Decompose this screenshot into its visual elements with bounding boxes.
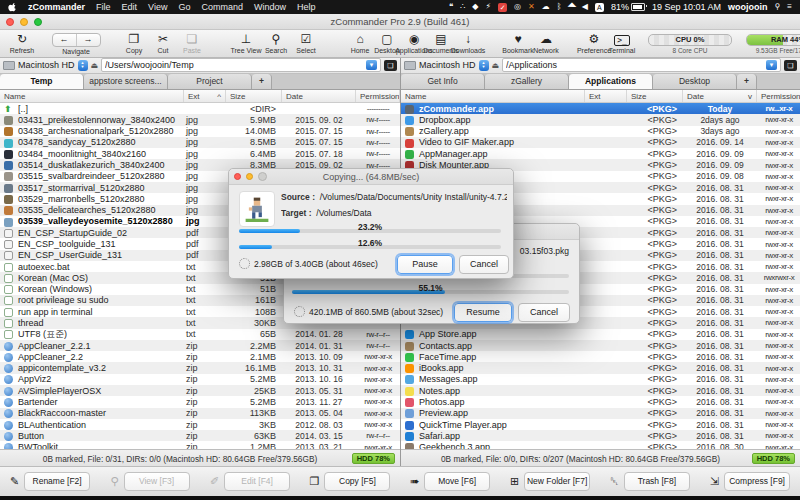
toolbar-preference-button[interactable]: ⚙Preference: [582, 33, 606, 54]
file-row[interactable]: Messages.app<PKG>2016. 08. 31rwxr-xr-x: [401, 374, 800, 385]
copy-dialog[interactable]: Copying... (64.8MB/sec) Source : /Volume…: [228, 168, 514, 279]
tab-zgallery[interactable]: zGallery: [485, 74, 569, 89]
toolbar-select-button[interactable]: ☑Select: [294, 33, 318, 54]
file-row[interactable]: 03478_sandycay_5120x2880jpg8.5MB2015. 07…: [0, 137, 400, 148]
toolbar-bookmark-button[interactable]: ♥Bookmark: [506, 33, 530, 54]
new-tab-button[interactable]: +: [737, 74, 757, 89]
toolbar-downloads-button[interactable]: ↓Downloads: [456, 33, 480, 54]
file-row[interactable]: Geekbench 3.app<PKG>2016. 08. 30rwxr-xr-…: [401, 441, 800, 449]
file-row[interactable]: AppCleaner_2.2zip2.1MB2013. 10. 09rwxr-x…: [0, 351, 400, 362]
file-row[interactable]: AppCleaner_2.2.1zip2.2MB2014. 01. 31rw-r…: [0, 340, 400, 351]
file-row[interactable]: Video to GIF Maker.app<PKG>2016. 09. 14r…: [401, 137, 800, 148]
file-row[interactable]: appicontemplate_v3.2zip16.1MB2013. 10. 3…: [0, 362, 400, 373]
menu-item-file[interactable]: File: [96, 2, 111, 12]
cancel-button[interactable]: Cancel: [459, 255, 509, 274]
file-row[interactable]: BlackRaccoon-masterzip113KB2013. 05. 04r…: [0, 408, 400, 419]
move-f6--button[interactable]: Move [F6]: [424, 472, 490, 491]
tab-desktop[interactable]: Desktop: [653, 74, 737, 89]
swift-icon[interactable]: ✕: [528, 2, 535, 12]
file-row[interactable]: BLAuthenticationzip3KB2012. 08. 03rwxr-x…: [0, 419, 400, 430]
toolbar-search-button[interactable]: ⚲Search: [264, 33, 288, 54]
file-row[interactable]: Dropbox.app<PKG>2days agorwxr-xr-x: [401, 114, 800, 125]
volume-icon[interactable]: ◀: [582, 2, 588, 12]
new-tab-button[interactable]: +: [252, 74, 272, 89]
menu-item-command[interactable]: Command: [201, 2, 243, 12]
bolt-icon[interactable]: ⚡: [485, 2, 491, 12]
wifi-icon[interactable]: ◥: [566, 1, 577, 12]
menu-item-window[interactable]: Window: [254, 2, 286, 12]
tab-project[interactable]: Project: [168, 74, 252, 89]
checkbox-menu-icon[interactable]: ✓: [498, 3, 507, 12]
dropbox-icon[interactable]: ◆: [472, 2, 478, 12]
path-field[interactable]: /Applications ▼: [502, 58, 781, 72]
column-header-size[interactable]: Size: [226, 90, 282, 102]
file-row[interactable]: Contacts.app<PKG>2016. 08. 31rwxr-xr-x: [401, 340, 800, 351]
volume-stepper[interactable]: ▲▼: [479, 60, 489, 71]
compress-f9--button[interactable]: Compress [F9]: [724, 472, 790, 491]
file-row[interactable]: 03484_moonlitnight_3840x2160jpg6.4MB2015…: [0, 148, 400, 159]
column-header-name[interactable]: Name: [401, 90, 585, 102]
menu-item-view[interactable]: View: [148, 2, 167, 12]
menu-item-zcommander[interactable]: zCommander: [28, 2, 85, 12]
rename-f2--button[interactable]: Rename [F2]: [24, 472, 90, 491]
column-header-size[interactable]: Size: [627, 90, 683, 102]
path-dropdown-button[interactable]: ▼: [766, 60, 777, 70]
file-row[interactable]: AppViz2zip5.2MB2013. 10. 16rwxr-xr-x: [0, 374, 400, 385]
folder-menu-button[interactable]: ❏: [784, 60, 797, 71]
toolbar-home-button[interactable]: ⌂Home: [348, 33, 372, 54]
column-header-permission[interactable]: Permission: [356, 90, 400, 102]
column-header-ext[interactable]: Ext: [585, 90, 627, 102]
window-title-bar[interactable]: zCommander Pro 2.9 (Build 461): [0, 14, 800, 30]
notification-center-icon[interactable]: ≡: [787, 2, 792, 12]
file-row[interactable]: ⬆[..]<DIR>----------: [0, 103, 400, 114]
tab-temp[interactable]: Temp: [0, 74, 84, 89]
toolbar-terminal-button[interactable]: >_Terminal: [610, 33, 634, 54]
menu-item-help[interactable]: Help: [297, 2, 316, 12]
bluetooth-icon[interactable]: ᛒ: [557, 2, 562, 12]
new-folder-f7--button[interactable]: New Folder [F7]: [524, 472, 590, 491]
path-field[interactable]: /Users/woojooin/Temp ▼: [101, 58, 381, 72]
apple-menu-icon[interactable]: [8, 2, 18, 12]
back-button[interactable]: ←: [53, 34, 76, 46]
file-row[interactable]: AVSimplePlayerOSXzip25KB2013. 05. 31rwxr…: [0, 385, 400, 396]
file-row[interactable]: Notes.app<PKG>2016. 08. 31rwxr-xr-x: [401, 385, 800, 396]
file-row[interactable]: Buttonzip63KB2014. 03. 15rw-r--r--: [0, 430, 400, 441]
file-row[interactable]: Photos.app<PKG>2016. 08. 31rwxr-xr-x: [401, 396, 800, 407]
toolbar-cut-button[interactable]: ✂Cut: [151, 33, 175, 54]
file-row[interactable]: UTF8 (표준)txt65B2014. 01. 28rw-r--r--: [0, 329, 400, 340]
trash-f8--button[interactable]: Trash [F8]: [624, 472, 690, 491]
file-row[interactable]: AppManager.app<PKG>2016. 09. 09rwxr-xr-x: [401, 148, 800, 159]
toolbar-network-button[interactable]: ☁Network: [534, 33, 558, 54]
path-dropdown-button[interactable]: ▼: [366, 60, 377, 70]
cancel-button[interactable]: Cancel: [518, 303, 570, 322]
resume-button[interactable]: Resume: [454, 303, 512, 322]
column-header-date[interactable]: Datev: [683, 90, 757, 102]
file-row[interactable]: BWToolkitzip1.2MB2013. 03. 21rwxr-xr-x: [0, 441, 400, 449]
battery-indicator[interactable]: 81%: [611, 2, 645, 12]
volume-name[interactable]: Macintosh HD: [18, 60, 75, 70]
file-row[interactable]: 03431_preikestolennorway_3840x2400jpg5.9…: [0, 114, 400, 125]
toolbar-documents-button[interactable]: ▤Documents: [429, 33, 453, 54]
eject-button[interactable]: ⏏: [492, 61, 500, 70]
spotlight-search-icon[interactable]: ⚲: [774, 2, 780, 12]
column-header-permission[interactable]: Permission: [757, 90, 800, 102]
eye-icon[interactable]: ◎: [514, 2, 521, 12]
file-row[interactable]: FaceTime.app<PKG>2016. 08. 31rwxr-xr-x: [401, 351, 800, 362]
chat-icon[interactable]: ❝: [449, 2, 453, 12]
toolbar-navigate-button[interactable]: ←→Navigate: [64, 33, 88, 55]
column-header-name[interactable]: Name: [0, 90, 184, 102]
menu-item-edit[interactable]: Edit: [122, 2, 138, 12]
file-row[interactable]: Preview.app<PKG>2016. 08. 31rwxr-xr-x: [401, 408, 800, 419]
toolbar-tree-view-button[interactable]: ⊥Tree View: [234, 33, 258, 54]
copy-f5--button[interactable]: Copy [F5]: [324, 472, 390, 491]
tab-get-info[interactable]: Get Info: [401, 74, 485, 89]
tab-applications[interactable]: Applications: [569, 74, 653, 89]
cloud-icon[interactable]: ☁: [542, 2, 550, 12]
eject-button[interactable]: ⏏: [91, 61, 99, 70]
dialog-title-bar[interactable]: Copying... (64.8MB/sec): [229, 169, 513, 185]
input-source-icon[interactable]: A: [595, 3, 604, 12]
column-header-date[interactable]: Date: [282, 90, 356, 102]
file-row[interactable]: Safari.app<PKG>2016. 08. 31rwxr-xr-x: [401, 430, 800, 441]
column-header-ext[interactable]: Ext^: [184, 90, 226, 102]
toolbar-copy-button[interactable]: ❐Copy: [122, 33, 146, 54]
